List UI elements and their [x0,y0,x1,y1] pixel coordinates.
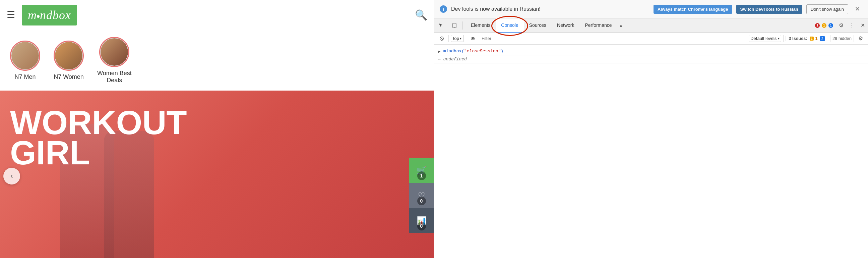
info-count-badge[interactable]: 1 [829,23,833,28]
console-eye-button[interactable] [468,34,477,43]
story-label-1: N7 Men [14,73,35,81]
search-icon[interactable]: 🔍 [415,9,427,21]
banner-area: WORKOUT GIRL ‹ › 🛒 1 ♡ 0 📊 0 [0,91,434,258]
devtools-close-button[interactable]: ✕ [857,20,868,31]
expand-arrow-icon[interactable]: ▶ [438,49,441,54]
banner-text: WORKOUT GIRL [10,107,187,168]
divider-1 [448,35,449,42]
banner-prev-button[interactable]: ‹ [3,168,20,184]
warning-count-badge[interactable]: 1 [822,23,827,28]
divider-3 [783,35,783,42]
console-content: ▶ mindbox("closeSession") ← undefined [434,45,868,265]
console-log-entry-2: ← undefined [434,55,868,63]
devtools-tabs: Elements Console Sources Network Perform… [465,19,617,33]
avatar-1 [11,42,39,69]
top-nav: ☰ mndbox 🔍 [0,0,434,30]
console-clear-button[interactable] [437,34,446,43]
hamburger-menu[interactable]: ☰ [7,9,15,21]
switch-russian-button[interactable]: Switch DevTools to Russian [736,5,802,14]
console-settings-button[interactable]: ⚙ [856,34,865,43]
notification-close-icon[interactable]: ✕ [852,4,863,14]
issue-yellow-num: 1 1 [809,36,818,41]
match-language-button[interactable]: Always match Chrome's language [653,5,732,14]
comparison-button[interactable]: 📊 0 [409,208,434,233]
devtools-main-toolbar: Elements Console Sources Network Perform… [434,19,868,33]
story-label-3: Women BestDeals [97,70,132,84]
avatar-2 [55,42,83,69]
divider-4 [830,35,831,42]
divider-2 [466,35,466,42]
tab-elements[interactable]: Elements [465,19,496,33]
log-level-selector[interactable]: Default levels ▾ [749,35,781,42]
devtools-panel: i DevTools is now available in Russian! … [434,0,868,265]
console-log-entry-1[interactable]: ▶ mindbox("closeSession") [434,47,868,55]
story-circle-3 [99,37,129,67]
console-log-text-1: mindbox("closeSession") [443,49,503,54]
svg-point-1 [454,27,455,28]
stories-row: N7 Men N7 Women Women BestDeals [0,30,434,91]
cart-button[interactable]: 🛒 1 [409,158,434,183]
website-area: ☰ mndbox 🔍 N7 Men N7 Women [0,0,434,265]
console-toolbar: top ▾ Default levels ▾ 3 Issues: 1 1 2 2… [434,33,868,45]
wishlist-badge: 0 [417,197,426,205]
inspect-element-button[interactable] [435,20,447,32]
issues-count-label: 3 Issues: [788,36,807,41]
svg-line-3 [441,37,443,39]
side-buttons: 🛒 1 ♡ 0 📊 0 [409,158,434,233]
wishlist-button[interactable]: ♡ 0 [409,183,434,208]
devtools-notification: i DevTools is now available in Russian! … [434,0,868,19]
svg-point-5 [472,38,473,39]
story-circle-2 [54,40,84,71]
notification-text: DevTools is now available in Russian! [451,6,650,12]
cart-badge: 1 [417,171,426,180]
story-label-2: N7 Women [54,73,84,81]
hidden-count: 29 hidden [833,36,851,41]
dont-show-again-button[interactable]: Don't show again [806,4,848,14]
console-filter-input[interactable] [479,35,747,41]
context-selector[interactable]: top ▾ [451,35,464,42]
comparison-badge: 0 [417,222,426,231]
info-icon: i [440,5,447,13]
console-log-text-2: undefined [443,57,467,62]
tab-network[interactable]: Network [552,19,580,33]
logo-text: mndbox [28,8,71,22]
console-issues-count[interactable]: 3 Issues: 1 1 2 [785,36,828,41]
issues-section: 1 1 1 [812,23,836,28]
tab-console[interactable]: Console [496,19,524,33]
device-toolbar-button[interactable] [448,20,461,32]
svg-text:1: 1 [811,37,812,40]
story-circle-1 [10,40,40,71]
story-item-3[interactable]: Women BestDeals [97,37,132,84]
story-item[interactable]: N7 Men [10,40,40,81]
story-item-2[interactable]: N7 Women [54,40,84,81]
tab-sources[interactable]: Sources [524,19,552,33]
return-arrow-icon: ← [438,57,441,61]
settings-button[interactable]: ⚙ [836,20,846,31]
error-count-badge[interactable]: 1 [815,23,820,28]
banner-title-line2: GIRL [10,138,187,168]
divider-5 [854,35,854,42]
logo-box[interactable]: mndbox [22,5,77,26]
more-options-button[interactable]: ⋮ [846,20,857,31]
more-tabs-button[interactable]: » [617,23,625,28]
avatar-3 [100,38,128,66]
tab-performance[interactable]: Performance [580,19,617,33]
issue-blue-num: 2 [820,36,825,41]
banner-title-line1: WORKOUT [10,107,187,138]
